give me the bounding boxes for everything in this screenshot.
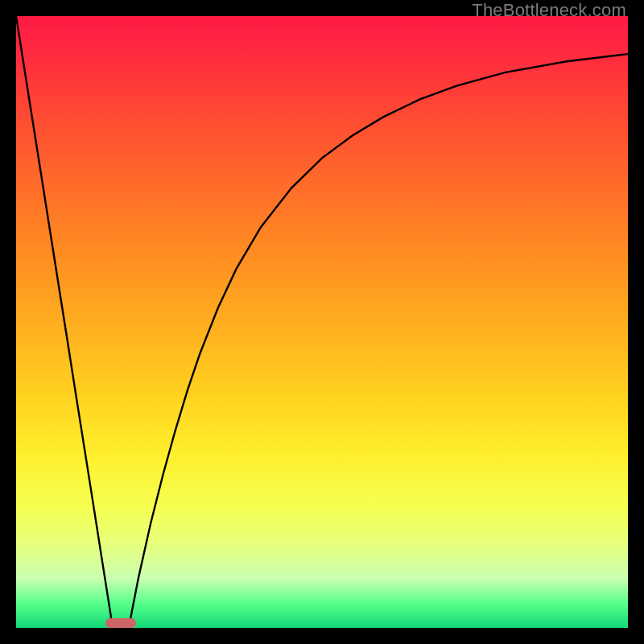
chart-frame: TheBottleneck.com [0, 0, 644, 644]
watermark-text: TheBottleneck.com [472, 0, 626, 21]
curve-right [129, 54, 628, 628]
minimum-marker [105, 618, 136, 628]
curve-left [16, 16, 113, 628]
curve-svg [16, 16, 628, 628]
plot-area [16, 16, 628, 628]
